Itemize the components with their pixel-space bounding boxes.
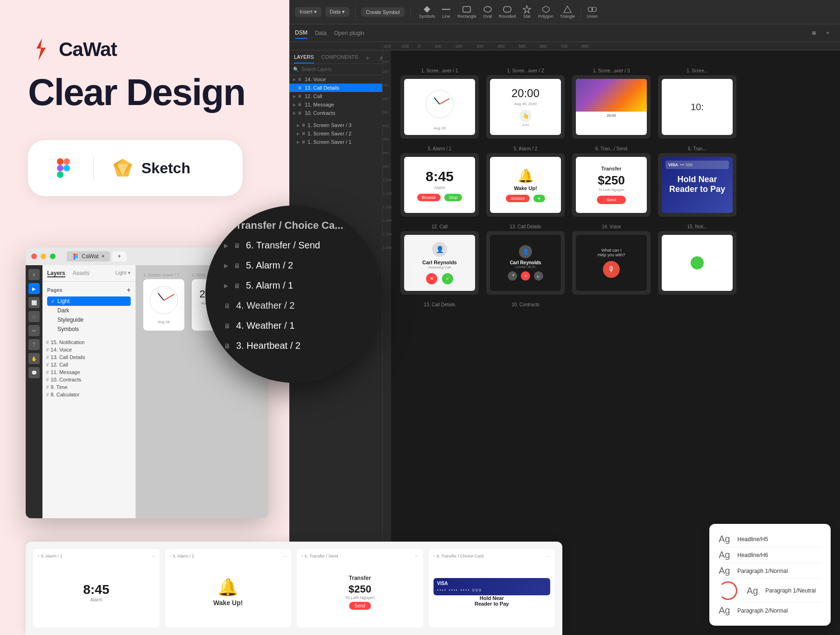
layer-8[interactable]: # 8. Calculator: [42, 391, 135, 398]
mag-item-alarm1[interactable]: ▶ 🖥 5. Alarm / 1: [215, 275, 373, 296]
rounded-tool[interactable]: Rounded: [496, 5, 519, 20]
bm-bell-icon: 🔔: [217, 578, 238, 597]
text-icon[interactable]: T: [28, 339, 40, 350]
line-tool[interactable]: Line: [439, 5, 454, 20]
send-button[interactable]: Send: [597, 196, 625, 204]
sk-layer-voice[interactable]: ▶ 🖥 14. Voice: [289, 75, 382, 84]
browse-btn[interactable]: Browse: [417, 194, 441, 201]
close-dot[interactable]: [31, 254, 37, 259]
stop-btn[interactable]: Stop: [444, 194, 462, 201]
svg-marker-0: [36, 38, 46, 61]
page-light[interactable]: ✓ Light: [47, 296, 131, 306]
sk-layer-ss2[interactable]: ▶ 🖥 1. Screen Saver / 2: [293, 129, 378, 138]
triangle-tool[interactable]: Triangle: [557, 5, 578, 20]
view-icons: ⊞ +: [807, 27, 834, 40]
layers-tab-sk[interactable]: LAYERS: [294, 54, 314, 64]
oval-tool[interactable]: Oval: [480, 5, 495, 20]
layer-10-label: 10. Contracts: [305, 110, 335, 116]
mag-item-heartbeat[interactable]: 🖥 3. Heartbeat / 2: [215, 336, 373, 356]
page-symbols[interactable]: ✓ Symbols: [47, 325, 131, 334]
page-styleguide-label: Styleguide: [57, 317, 84, 323]
tab-open-plugin[interactable]: Open plugin: [334, 28, 364, 38]
screen1-frame: Aug 26: [400, 75, 479, 139]
transfer-frame: Transfer $250 To Linh Nguyen Send: [572, 153, 651, 217]
union-tool[interactable]: Union: [584, 5, 601, 20]
bm-transfer-name: 6. Transfer / Send: [305, 554, 338, 558]
call-details-content: 👤 Carl Reynolds London 28:00 🎤 ✕ 🔈: [490, 235, 561, 291]
create-symbol-button[interactable]: Create Symbol: [361, 7, 405, 17]
decline-btn[interactable]: ✕: [426, 273, 437, 284]
assets-tab[interactable]: Assets: [73, 270, 90, 277]
typo-ag-h6: Ag: [719, 550, 732, 560]
voice-prompt: What can IHelp you with?: [597, 248, 625, 257]
components-tab-sk[interactable]: COMPONENTS: [322, 54, 358, 64]
speaker-btn[interactable]: 🔈: [534, 271, 543, 281]
shape-icon[interactable]: □: [28, 311, 40, 322]
hand-icon[interactable]: ✋: [28, 353, 40, 364]
figma-toolbar: ≡ ▶ ⬜ □ ✏ T ✋ 💬: [26, 265, 42, 518]
add-layer-icon[interactable]: +: [365, 54, 369, 64]
zoom-icon[interactable]: +: [821, 27, 834, 40]
layer-14-voice: 14. Voice: [305, 77, 326, 82]
pages-section: Pages + ✓ Light ✓ Dark ✓ Styleguide ✓: [42, 282, 135, 336]
cursor-icon[interactable]: ▶: [28, 283, 40, 294]
mag-item-alarm2[interactable]: ▶ 🖥 5. Alarm / 2: [215, 255, 373, 275]
insert-button[interactable]: Insert ▾: [295, 7, 322, 17]
sk-layer-call[interactable]: ▶ 🖥 12. Call: [289, 92, 382, 100]
tab-dsm[interactable]: DSM: [295, 28, 308, 39]
union-icon: [588, 6, 597, 13]
sk-layer-ss1[interactable]: ▶ 🖥 1. Screen Saver / 1: [293, 138, 378, 146]
bm-send-button[interactable]: Send: [349, 602, 371, 610]
symbols-tool[interactable]: Symbols: [416, 5, 438, 20]
layers-tab[interactable]: Layers: [47, 270, 65, 277]
bm-back-1: ‹: [38, 554, 39, 558]
alarm2-stop-btn[interactable]: ●: [533, 195, 545, 202]
layer-11[interactable]: # 11. Message: [42, 368, 135, 376]
comment-icon[interactable]: 💬: [28, 367, 40, 378]
figma-tab-plus[interactable]: +: [112, 251, 126, 261]
expand-arrow: ▶: [293, 78, 296, 82]
layer-10[interactable]: # 10. Contracts: [42, 376, 135, 383]
layer-15[interactable]: # 15. Notification: [42, 339, 135, 346]
mic-icon[interactable]: 🎙: [603, 261, 620, 278]
maximize-dot[interactable]: [50, 254, 56, 259]
sk-layer-call-details[interactable]: ▶ 🖥 13. Call Details: [289, 84, 382, 92]
mag-item-weather2[interactable]: 🖥 4. Weather / 2: [215, 296, 373, 316]
row-1: 1. Scree...aver / 1 Aug 26: [400, 68, 831, 139]
mag-item-transfer-send[interactable]: ▶ 🖥 6. Transfer / Send: [215, 235, 373, 255]
rectangle-tool[interactable]: Rectangle: [455, 5, 479, 20]
monitor-icon-13: 🖥: [298, 85, 302, 90]
pen-icon[interactable]: ✏: [28, 325, 40, 336]
layer-14[interactable]: # 14. Voice: [42, 346, 135, 353]
collapse-layers-icon[interactable]: ∧: [379, 54, 383, 64]
star-tool[interactable]: Star: [519, 5, 534, 20]
polygon-tool[interactable]: Polygon: [535, 5, 556, 20]
add-page-icon[interactable]: +: [127, 286, 131, 294]
call-label: 12. Call: [400, 224, 479, 229]
typo-h6-row: Ag Headline/H6: [719, 547, 821, 563]
sk-layer-ss3[interactable]: ▶ 🖥 1. Screen Saver / 3: [293, 121, 378, 129]
layer-13[interactable]: # 13. Call Details: [42, 353, 135, 361]
answer-btn[interactable]: ✓: [442, 273, 453, 284]
grid-icon[interactable]: ⊞: [807, 27, 820, 40]
layer-9[interactable]: # 9. Time: [42, 383, 135, 391]
visa-text: VISA: [668, 162, 678, 167]
page-dark[interactable]: ✓ Dark: [47, 306, 131, 315]
hamburger-icon[interactable]: ≡: [28, 269, 40, 280]
mag-item-weather1[interactable]: 🖥 4. Weather / 1: [215, 316, 373, 336]
screen2-content: 20:00 Aug 26, 2020 👆 Add: [490, 79, 561, 135]
end-call-btn[interactable]: ✕: [521, 271, 530, 281]
monitor-icon-14: 🖥: [298, 77, 302, 82]
layer-12[interactable]: # 12. Call: [42, 361, 135, 368]
sk-layer-contracts[interactable]: ▶ 🖥 10. Contracts: [289, 109, 382, 117]
page-styleguide[interactable]: ✓ Styleguide: [47, 315, 131, 325]
snooze-btn[interactable]: Snooze: [506, 195, 530, 202]
logo-area: CaWat: [28, 37, 117, 62]
data-button[interactable]: Data ▾: [325, 7, 350, 17]
alarm1-label: 5. Alarm / 1: [400, 146, 479, 151]
tab-data[interactable]: Data: [315, 28, 327, 38]
mute-btn[interactable]: 🎤: [508, 271, 517, 281]
frame-icon[interactable]: ⬜: [28, 297, 40, 308]
minimize-dot[interactable]: [41, 254, 46, 259]
sk-layer-message[interactable]: ▶ 🖥 11. Message: [289, 100, 382, 109]
